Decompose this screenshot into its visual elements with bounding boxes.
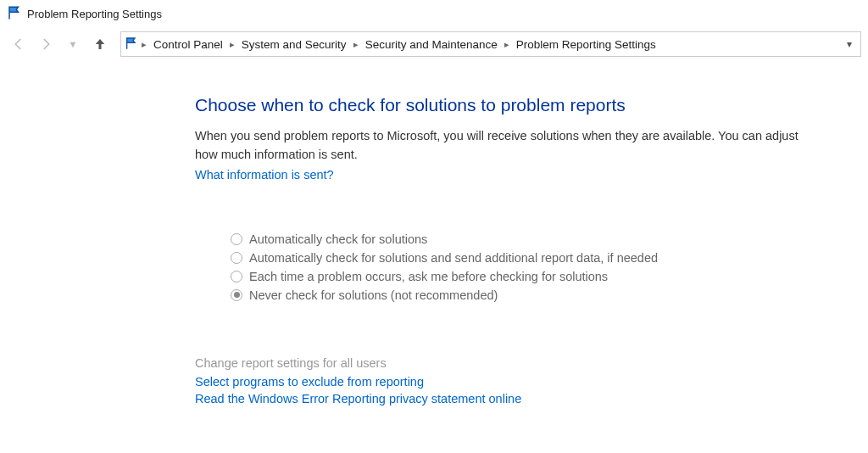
radio-group: Automatically check for solutions Automa…	[231, 232, 839, 302]
radio-icon	[231, 289, 242, 301]
breadcrumb-item[interactable]: Control Panel	[150, 38, 226, 51]
forward-button[interactable]	[34, 32, 58, 56]
window-title: Problem Reporting Settings	[27, 8, 162, 20]
change-all-users-link[interactable]: Change report settings for all users	[195, 356, 839, 370]
radio-icon	[231, 233, 242, 245]
radio-option[interactable]: Automatically check for solutions	[231, 232, 839, 246]
radio-label: Each time a problem occurs, ask me befor…	[249, 270, 608, 283]
radio-label: Automatically check for solutions and se…	[249, 251, 658, 265]
chevron-right-icon: ▸	[228, 39, 236, 50]
radio-label: Never check for solutions (not recommend…	[249, 288, 498, 302]
chevron-down-icon[interactable]: ▾	[842, 38, 857, 50]
radio-option[interactable]: Each time a problem occurs, ask me befor…	[231, 270, 839, 283]
title-bar: Problem Reporting Settings	[0, 0, 868, 28]
radio-option[interactable]: Never check for solutions (not recommend…	[231, 288, 839, 302]
breadcrumb-item[interactable]: Security and Maintenance	[362, 38, 501, 51]
flag-icon	[125, 36, 138, 53]
chevron-right-icon: ▸	[352, 39, 360, 50]
page-description: When you send problem reports to Microso…	[195, 127, 822, 165]
breadcrumb-label: Control Panel	[153, 38, 223, 51]
chevron-right-icon: ▸	[503, 39, 511, 50]
breadcrumb-item[interactable]: Problem Reporting Settings	[513, 38, 659, 51]
privacy-statement-link[interactable]: Read the Windows Error Reporting privacy…	[195, 392, 839, 405]
page-heading: Choose when to check for solutions to pr…	[195, 95, 839, 115]
chevron-right-icon: ▸	[140, 39, 148, 50]
radio-label: Automatically check for solutions	[249, 232, 427, 246]
nav-bar: ▼ ▸ Control Panel ▸ System and Security …	[0, 28, 868, 61]
info-link[interactable]: What information is sent?	[195, 168, 334, 182]
radio-option[interactable]: Automatically check for solutions and se…	[231, 251, 839, 265]
bottom-links: Change report settings for all users Sel…	[195, 356, 839, 405]
exclude-programs-link[interactable]: Select programs to exclude from reportin…	[195, 375, 839, 389]
main-content: Choose when to check for solutions to pr…	[0, 61, 839, 405]
breadcrumb-label: Problem Reporting Settings	[516, 38, 656, 51]
breadcrumb-label: Security and Maintenance	[365, 38, 498, 51]
breadcrumb-label: System and Security	[242, 38, 347, 51]
recent-dropdown-icon[interactable]: ▼	[61, 32, 85, 56]
radio-icon	[231, 252, 242, 264]
flag-icon	[7, 5, 22, 23]
breadcrumb-bar[interactable]: ▸ Control Panel ▸ System and Security ▸ …	[120, 31, 861, 57]
radio-icon	[231, 271, 242, 282]
back-button[interactable]	[7, 32, 31, 56]
breadcrumb-item[interactable]: System and Security	[238, 38, 350, 51]
up-button[interactable]	[88, 32, 112, 56]
